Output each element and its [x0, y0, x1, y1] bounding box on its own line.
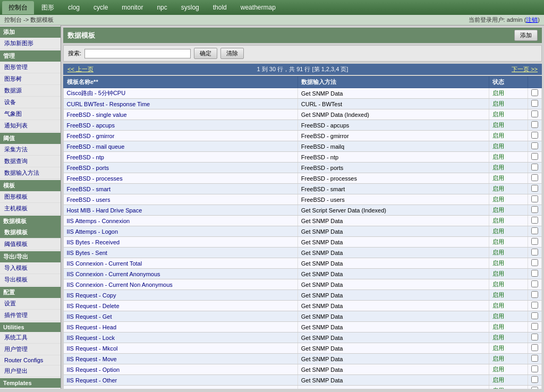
sidebar-item-datasource[interactable]: 数据源 [0, 85, 61, 97]
template-link[interactable]: FreeBSD - smart [67, 186, 111, 192]
row-checkbox[interactable] [531, 153, 538, 160]
template-link[interactable]: IIS Request - Delete [67, 303, 120, 309]
next-page-top[interactable]: 下一页 >> [512, 65, 538, 73]
template-link[interactable]: FreeBSD - processes [67, 175, 123, 182]
tab-clog[interactable]: clog [62, 2, 86, 13]
row-checkbox[interactable] [531, 195, 538, 202]
template-link[interactable]: FreeBSD - ntp [67, 154, 104, 160]
tab-control[interactable]: 控制台 [2, 1, 34, 14]
row-checkbox[interactable] [531, 121, 538, 128]
tab-graph[interactable]: 图形 [35, 1, 61, 14]
tab-cycle[interactable]: cycle [87, 2, 114, 13]
row-checkbox[interactable] [531, 227, 538, 234]
row-checkbox[interactable] [531, 387, 538, 389]
row-checkbox[interactable] [531, 89, 538, 96]
tab-syslog[interactable]: syslog [175, 2, 206, 13]
row-checkbox[interactable] [531, 334, 538, 340]
prev-page-top[interactable]: << 上一页 [67, 65, 94, 73]
sidebar-item-plugins[interactable]: 插件管理 [0, 310, 61, 321]
template-link[interactable]: Host MIB - Hard Drive Space [67, 207, 142, 214]
row-checkbox[interactable] [531, 174, 538, 181]
sidebar-item-user-logout[interactable]: 用户登出 [0, 365, 61, 377]
template-link[interactable]: FreeBSD - mail queue [67, 143, 125, 150]
template-link[interactable]: IIS Request - Move [67, 356, 117, 362]
row-checkbox[interactable] [531, 238, 538, 245]
sidebar-item-router-configs[interactable]: Router Configs [0, 355, 61, 365]
row-checkbox[interactable] [531, 365, 538, 372]
row-checkbox[interactable] [531, 110, 538, 117]
sidebar-item-system-tools[interactable]: 系统工具 [0, 332, 61, 344]
row-checkbox[interactable] [531, 270, 538, 277]
sidebar-item-collect-method[interactable]: 采集方法 [0, 144, 61, 156]
template-link[interactable]: IIS Request - Option [67, 367, 120, 373]
row-checkbox[interactable] [531, 249, 538, 255]
template-link[interactable]: FreeBSD - ports [67, 165, 109, 171]
sidebar-item-import[interactable]: 导入模板 [0, 262, 61, 274]
sidebar-item-threshold-template[interactable]: 阈值模板 [0, 238, 61, 250]
template-link[interactable]: IIS Bytes - Sent [67, 250, 107, 256]
search-input[interactable] [84, 49, 191, 58]
row-checkbox[interactable] [531, 217, 538, 224]
template-link[interactable]: IIS Request - Post [67, 388, 114, 389]
sidebar-item-user-manage[interactable]: 用户管理 [0, 344, 61, 355]
template-link[interactable]: IIS Request - Head [67, 324, 117, 330]
template-link[interactable]: IIS Request - Get [67, 313, 112, 320]
sidebar-item-data-input[interactable]: 数据输入方法 [0, 167, 61, 179]
sidebar-item-weather[interactable]: 气象图 [0, 108, 61, 120]
sidebar-item-settings[interactable]: 设置 [0, 298, 61, 310]
template-link[interactable]: IIS Bytes - Received [67, 239, 120, 245]
sidebar-item-data-query[interactable]: 数据查询 [0, 156, 61, 167]
add-button[interactable]: 添加 [514, 30, 538, 41]
row-checkbox[interactable] [531, 291, 538, 298]
template-link[interactable]: IIS Connexion - Current Anonymous [67, 271, 160, 277]
row-checkbox[interactable] [531, 323, 538, 330]
row-checkbox[interactable] [531, 344, 538, 351]
template-link[interactable]: FreeBSD - apcups [67, 122, 115, 129]
row-checkbox[interactable] [531, 312, 538, 319]
template-link[interactable]: FreeBSD - single value [67, 112, 127, 118]
sidebar-item-color-templates[interactable]: Color Templates [0, 388, 61, 389]
sidebar-item-data-template[interactable]: 数据模板 [0, 227, 61, 238]
tab-npc[interactable]: npc [150, 2, 173, 13]
sidebar-item-host-template[interactable]: 主机模板 [0, 203, 61, 215]
row-checkbox[interactable] [531, 132, 538, 139]
row-checkbox[interactable] [531, 376, 538, 383]
logout-link[interactable]: 注销 [526, 16, 538, 23]
template-link[interactable]: IIS Request - Other [67, 377, 117, 384]
row-checkbox[interactable] [531, 259, 538, 266]
template-link[interactable]: IIS Connexion - Current Non Anonymous [67, 282, 173, 288]
template-link[interactable]: IIS Request - Mkcol [67, 345, 118, 352]
template-link[interactable]: CURL BWTest - Response Time [67, 101, 150, 107]
row-checkbox[interactable] [531, 355, 538, 362]
sidebar-item-graph-tree[interactable]: 图形树 [0, 73, 61, 85]
search-clear-btn[interactable]: 清除 [220, 48, 244, 59]
row-checkbox[interactable] [531, 206, 538, 213]
tab-thold[interactable]: thold [207, 2, 233, 13]
sidebar-item-add-graph[interactable]: 添加新图形 [0, 38, 61, 49]
tab-monitor[interactable]: monitor [115, 2, 149, 13]
sidebar-item-graph-manage[interactable]: 图形管理 [0, 62, 61, 73]
sidebar-item-notify[interactable]: 通知列表 [0, 120, 61, 132]
row-checkbox[interactable] [531, 100, 538, 107]
template-link[interactable]: FreeBSD - gmirror [67, 133, 115, 139]
col-header-name[interactable]: 模板名称e** [64, 76, 298, 88]
row-checkbox[interactable] [531, 164, 538, 171]
row-checkbox[interactable] [531, 280, 538, 287]
row-checkbox[interactable] [531, 185, 538, 192]
sidebar-item-graph-template[interactable]: 图形模板 [0, 191, 61, 203]
row-checkbox[interactable] [531, 302, 538, 309]
template-link[interactable]: IIS Connexion - Current Total [67, 260, 142, 267]
col-header-status[interactable]: 状态 [489, 76, 528, 88]
sidebar-item-device[interactable]: 设备 [0, 97, 61, 108]
template-link[interactable]: FreeBSD - users [67, 197, 110, 203]
search-confirm-btn[interactable]: 确定 [194, 48, 217, 59]
row-checkbox[interactable] [531, 142, 538, 149]
col-header-method[interactable]: 数据输入方法 [298, 76, 489, 88]
template-link[interactable]: IIS Attemps - Connexion [67, 218, 130, 224]
sidebar-item-export[interactable]: 导出模板 [0, 274, 61, 286]
template-link[interactable]: IIS Attemps - Logon [67, 228, 118, 235]
template-link[interactable]: IIS Request - Lock [67, 335, 115, 341]
template-link[interactable]: Cisco路由 - 5分钟CPU [67, 90, 126, 96]
tab-weathermap[interactable]: weathermap [234, 2, 282, 13]
template-link[interactable]: IIS Request - Copy [67, 292, 116, 299]
